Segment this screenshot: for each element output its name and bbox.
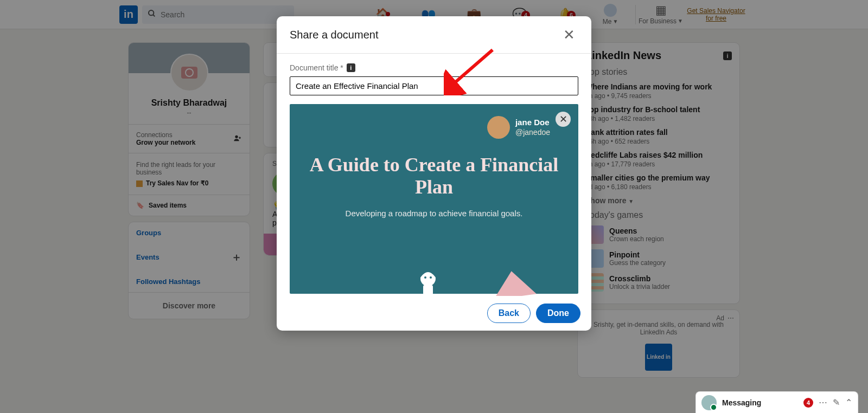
- modal-title: Share a document: [290, 29, 378, 41]
- doc-preview-sub: Developing a roadmap to achieve financia…: [302, 209, 566, 218]
- close-button[interactable]: ✕: [560, 27, 578, 42]
- messaging-badge: 4: [803, 398, 813, 408]
- svg-point-4: [424, 276, 426, 279]
- share-document-modal: Share a document ✕ Document title * i ✕ …: [277, 16, 591, 331]
- messaging-bar[interactable]: Messaging 4 ⋯ ✎ ⌃: [695, 391, 858, 413]
- document-preview: ✕ jane Doe@janedoe A Guide to Create a F…: [290, 104, 578, 294]
- compose-icon[interactable]: ✎: [833, 397, 840, 408]
- done-button[interactable]: Done: [536, 304, 580, 323]
- document-title-input[interactable]: [290, 76, 578, 95]
- info-icon[interactable]: i: [347, 63, 355, 72]
- modal-overlay[interactable]: Share a document ✕ Document title * i ✕ …: [0, 0, 868, 413]
- mascot-icon: [413, 268, 443, 296]
- more-icon[interactable]: ⋯: [819, 397, 827, 408]
- doc-author: jane Doe@janedoe: [302, 116, 566, 139]
- chevron-up-icon[interactable]: ⌃: [845, 397, 852, 408]
- back-button[interactable]: Back: [487, 304, 531, 323]
- author-avatar: [487, 116, 510, 139]
- messaging-label: Messaging: [722, 398, 798, 407]
- doc-preview-title: A Guide to Create a Financial Plan: [302, 154, 566, 199]
- svg-point-5: [430, 276, 432, 279]
- triangle-shape: [490, 268, 537, 296]
- svg-rect-6: [423, 285, 433, 295]
- remove-document-button[interactable]: ✕: [556, 112, 571, 127]
- messaging-avatar: [701, 395, 717, 410]
- document-title-label: Document title * i: [290, 63, 578, 72]
